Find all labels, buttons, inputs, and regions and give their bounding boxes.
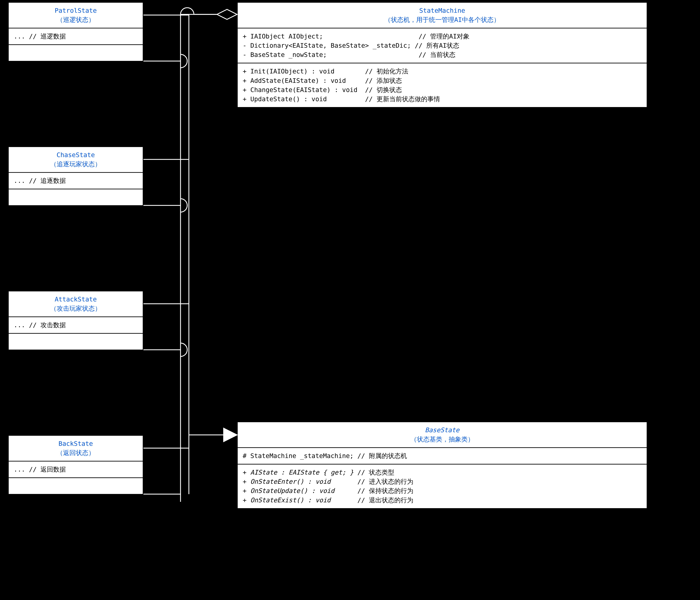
class-fields: ... // 追逐数据 <box>9 172 143 189</box>
class-methods <box>9 477 143 494</box>
class-subtitle: （攻击玩家状态） <box>14 304 138 313</box>
class-backstate: BackState （返回状态） ... // 返回数据 <box>8 435 143 495</box>
class-name: PatrolState <box>14 6 138 15</box>
class-title: AttackState （攻击玩家状态） <box>9 291 143 316</box>
class-methods <box>9 44 143 61</box>
class-methods <box>9 189 143 205</box>
inheritance-arrow-icon <box>224 428 237 441</box>
class-name: BaseState <box>243 426 642 435</box>
class-subtitle: （状态基类，抽象类） <box>243 435 642 444</box>
class-title: PatrolState （巡逻状态） <box>9 3 143 28</box>
class-subtitle: （返回状态） <box>14 448 138 457</box>
class-title: BaseState （状态基类，抽象类） <box>238 422 647 447</box>
class-statemachine: StateMachine （状态机，用于统一管理AI中各个状态） + IAIOb… <box>237 2 647 108</box>
class-name: BackState <box>14 439 138 448</box>
class-attackstate: AttackState （攻击玩家状态） ... // 攻击数据 <box>8 291 143 350</box>
class-fields: ... // 攻击数据 <box>9 316 143 333</box>
class-subtitle: （巡逻状态） <box>14 15 138 24</box>
class-name: AttackState <box>14 295 138 304</box>
class-fields: + IAIObject AIObject; // 管理的AI对象 - Dicti… <box>238 28 647 63</box>
class-subtitle: （追逐玩家状态） <box>14 160 138 169</box>
class-name: ChaseState <box>14 150 138 160</box>
class-methods <box>9 333 143 350</box>
class-methods: + AIState : EAIState { get; } // 状态类型+ O… <box>238 464 647 508</box>
class-patrolstate: PatrolState （巡逻状态） ... // 巡逻数据 <box>8 2 143 62</box>
class-fields: # StateMachine _stateMachine; // 附属的状态机 <box>238 447 647 464</box>
class-name: StateMachine <box>243 6 642 15</box>
class-fields: ... // 巡逻数据 <box>9 28 143 44</box>
class-basestate: BaseState （状态基类，抽象类） # StateMachine _sta… <box>237 422 647 509</box>
class-title: BackState （返回状态） <box>9 436 143 461</box>
class-subtitle: （状态机，用于统一管理AI中各个状态） <box>243 15 642 24</box>
composition-diamond-icon <box>217 9 237 19</box>
class-title: StateMachine （状态机，用于统一管理AI中各个状态） <box>238 3 647 28</box>
class-title: ChaseState （追逐玩家状态） <box>9 147 143 172</box>
class-chasestate: ChaseState （追逐玩家状态） ... // 追逐数据 <box>8 146 143 206</box>
uml-canvas: StateMachine （状态机，用于统一管理AI中各个状态） + IAIOb… <box>0 0 700 600</box>
class-fields: ... // 返回数据 <box>9 461 143 477</box>
class-methods: + Init(IAIObject) : void // 初始化方法 + AddS… <box>238 63 647 107</box>
